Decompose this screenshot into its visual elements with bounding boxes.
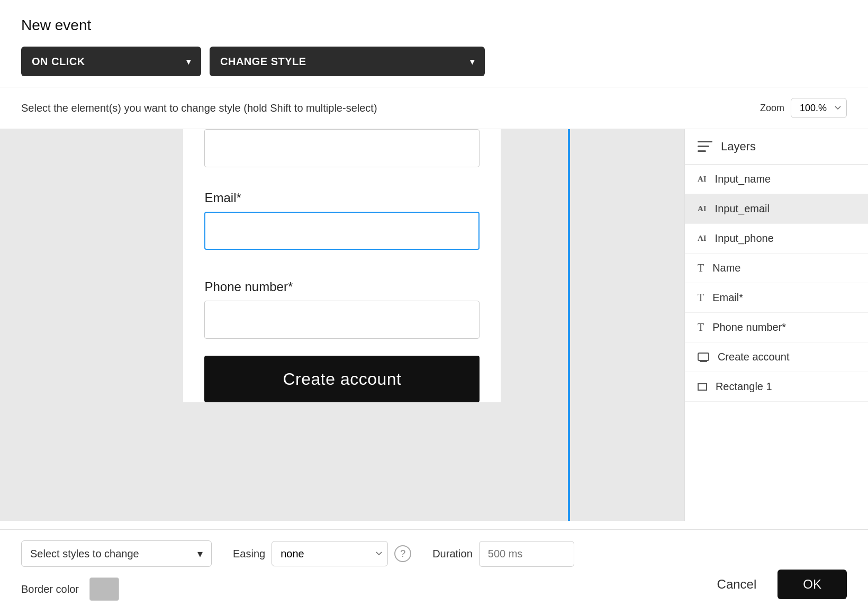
layer-item-input-name[interactable]: AI Input_name [685,165,868,194]
duration-input[interactable] [479,541,574,567]
layers-header: Layers [685,129,868,165]
name-input-area [183,129,501,176]
border-color-swatch[interactable] [89,577,119,601]
toolbar-row: ON CLICK ▾ CHANGE STYLE ▾ [21,47,847,76]
trigger-label: ON CLICK [32,56,85,68]
main-area: Email* Phone number* Create account Laye… [0,129,868,521]
svg-rect-0 [698,141,712,142]
ai-icon: AI [698,234,707,243]
text-icon: T [698,292,704,304]
name-input-box [204,129,480,167]
page-title: New event [21,17,847,34]
email-field-group: Email* [183,176,501,250]
layer-label-phone-number: Phone number* [712,321,786,333]
phone-field-group: Phone number* [183,265,501,339]
trigger-chevron-icon: ▾ [186,57,191,67]
email-label: Email* [204,191,480,205]
layers-panel: Layers AI Input_name AI Input_email AI I… [684,129,868,521]
layer-label-name: Name [712,262,740,274]
text-icon: T [698,321,704,333]
instruction-bar: Select the element(s) you want to change… [0,87,868,129]
layers-title: Layers [721,140,756,154]
svg-rect-1 [698,146,709,147]
layers-icon [698,141,712,152]
bottom-actions: Cancel OK [707,570,847,599]
ai-icon: AI [698,175,707,184]
trigger-dropdown[interactable]: ON CLICK ▾ [21,47,201,76]
layer-item-rectangle1[interactable]: Rectangle 1 [685,372,868,402]
layer-item-phone-number[interactable]: T Phone number* [685,313,868,342]
email-input[interactable] [204,212,480,250]
layer-label-email: Email* [712,292,743,304]
easing-label: Easing [233,548,265,560]
phone-label: Phone number* [204,279,480,294]
layer-item-name[interactable]: T Name [685,254,868,283]
layer-item-input-phone[interactable]: AI Input_phone [685,224,868,254]
layer-label-create-account: Create account [718,351,790,363]
action-chevron-icon: ▾ [470,57,475,67]
ok-button[interactable]: OK [777,570,847,599]
create-account-button[interactable]: Create account [204,356,480,402]
action-label: CHANGE STYLE [220,56,306,68]
instruction-text: Select the element(s) you want to change… [21,102,377,114]
text-icon: T [698,262,704,274]
select-styles-chevron-icon: ▾ [197,547,203,560]
svg-rect-4 [700,360,707,362]
button-icon [698,352,709,363]
cancel-button[interactable]: Cancel [707,571,767,598]
layer-item-create-account[interactable]: Create account [685,342,868,372]
ai-icon: AI [698,204,707,213]
header-section: New event ON CLICK ▾ CHANGE STYLE ▾ [0,0,868,87]
phone-input[interactable] [204,301,480,339]
bottom-row1: Select styles to change ▾ Easing none ? … [21,540,847,567]
duration-label: Duration [432,548,473,560]
svg-rect-3 [698,353,709,360]
layer-item-input-email[interactable]: AI Input_email [685,194,868,224]
layer-item-email[interactable]: T Email* [685,283,868,313]
rectangle-icon [698,383,707,391]
border-color-label: Border color [21,583,79,595]
canvas-area: Email* Phone number* Create account [0,129,684,521]
action-dropdown[interactable]: CHANGE STYLE ▾ [210,47,485,76]
svg-rect-2 [698,150,706,152]
layer-label-input-name: Input_name [715,173,771,185]
form-preview: Email* Phone number* Create account [183,129,501,402]
help-icon[interactable]: ? [394,545,411,562]
select-styles-dropdown[interactable]: Select styles to change ▾ [21,540,212,567]
layer-label-input-email: Input_email [715,203,770,215]
layer-label-rectangle1: Rectangle 1 [716,381,772,393]
easing-group: Easing none ? [233,541,411,566]
duration-group: Duration [432,541,574,567]
zoom-row: Zoom 100.% [760,98,847,118]
easing-select[interactable]: none [272,541,388,566]
zoom-label: Zoom [760,103,784,114]
select-styles-label: Select styles to change [30,548,139,560]
zoom-select[interactable]: 100.% [791,98,847,118]
layer-label-input-phone: Input_phone [715,232,774,245]
canvas-border-line [568,129,570,521]
